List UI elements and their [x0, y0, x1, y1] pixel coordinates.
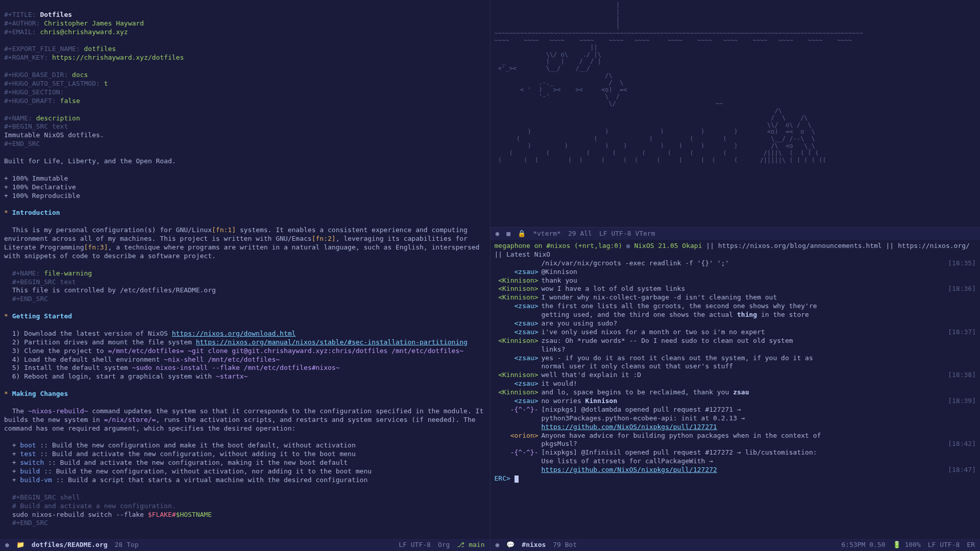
irc-message: https://github.com/NixOS/nixpkgs/pull/12… — [495, 466, 976, 474]
inline-code: ~nixos-rebuild~ — [28, 407, 88, 415]
irc-text: Use lists of attrsets for callPackageWit… — [542, 457, 976, 466]
src-begin: #+BEGIN_SRC shell — [12, 493, 80, 501]
irc-nick — [495, 362, 542, 371]
irc-message: links? — [495, 345, 976, 354]
irc-message: <zsau>the first one lists all the gcroot… — [495, 302, 976, 311]
irc-text: normal user it only cleans out that user… — [542, 362, 976, 371]
lock-icon: 🔒 — [518, 230, 526, 238]
irc-nick — [495, 414, 542, 423]
inline-code: ~sudo nixos-install --flake /mnt/etc/dot… — [132, 364, 339, 371]
org-buffer[interactable]: #+TITLE: Dotfiles #+AUTHOR: Christopher … — [0, 0, 490, 539]
chat-icon: 💬 — [506, 541, 514, 549]
buffer-name[interactable]: *vterm* — [533, 230, 561, 238]
irc-text: [nixpkgs] @Infinisil opened pull request… — [542, 448, 976, 457]
src-begin: #+BEGIN_SRC text — [4, 122, 68, 130]
irc-buffer[interactable]: megaphone on #nixos (+nrt,lag:0) ● NixOS… — [491, 240, 981, 539]
irc-text: https://github.com/NixOS/nixpkgs/pull/12… — [542, 423, 976, 432]
org-keyword: #+HUGO_BASE_DIR: — [4, 71, 68, 79]
irc-nick: -{^-^}- — [495, 406, 542, 414]
org-author: Christopher James Hayward — [44, 19, 144, 27]
paragraph: This is my personal configuration(s) for… — [12, 226, 212, 234]
org-value: false — [60, 97, 80, 105]
encoding: LF UTF-8 — [399, 541, 431, 549]
bullet: + 100% Declarative — [4, 183, 76, 191]
irc-text: thank you — [542, 277, 976, 285]
irc-text: no worries Kinnison — [542, 397, 942, 406]
link[interactable]: https://nixos.org/manual/nixos/stable/#s… — [196, 338, 468, 346]
heading[interactable]: Getting Started — [12, 312, 72, 320]
irc-text: it would! — [542, 380, 976, 388]
cursor[interactable] — [514, 475, 519, 483]
irc-message: <orion>Anyone have advice for building p… — [495, 432, 976, 440]
org-keyword: #+ROAM_KEY: — [4, 54, 48, 61]
buffer-name[interactable]: dotfiles/README.org — [32, 541, 108, 549]
irc-nick — [495, 466, 542, 474]
irc-text: the first one lists all the gcroots, the… — [542, 302, 976, 311]
shell-hash: # — [172, 511, 176, 518]
org-keyword: #+HUGO_AUTO_SET_LASTMOD: — [4, 80, 100, 87]
branch-icon: ⎇ — [457, 541, 464, 548]
step: 3) Clone the project to — [12, 347, 108, 355]
link[interactable]: https://github.com/NixOS/nixpkgs/pull/12… — [542, 466, 717, 473]
def-desc: :: Build the new configuration and make … — [40, 441, 355, 449]
topic-cont: /nix/var/nix/gcroots -exec readlink -f '… — [542, 259, 942, 268]
irc-nick: <zsau> — [495, 354, 542, 363]
battery: 🔋 100% — [893, 541, 921, 549]
major-mode: ER — [967, 541, 975, 549]
irc-nick — [495, 423, 542, 432]
irc-nick: <zsau> — [495, 380, 542, 388]
def-kw: boot — [20, 441, 36, 449]
step: 4) Load the default shell environment — [12, 356, 164, 363]
irc-nick: <zsau> — [495, 302, 542, 311]
heading[interactable]: Introduction — [12, 209, 60, 216]
channel-name[interactable]: #nixos — [522, 541, 546, 549]
footnote-ref[interactable]: [fn:3] — [84, 243, 108, 251]
org-value: https://chrishayward.xyz/dotfiles — [52, 54, 184, 61]
irc-message: <zsau>i've only used nixos for a month o… — [495, 328, 976, 337]
buffer-position: 79 Bot — [553, 541, 577, 549]
encoding: LF UTF-8 — [599, 230, 631, 237]
irc-message: -{^-^}-[nixpkgs] @dotlambda opened pull … — [495, 406, 976, 414]
irc-text: well that'd explain it :D — [542, 371, 942, 380]
irc-nick: <zsau> — [495, 328, 542, 337]
encoding: LF UTF-8 — [928, 541, 960, 549]
ascii-art: | | | | ~~~~~~~~~~~~~~~~~~~~~~~~~~~~~~~~… — [495, 2, 976, 164]
irc-message: <zsau>are you using sudo? — [495, 319, 976, 328]
footnote-ref[interactable]: [fn:1] — [212, 226, 236, 234]
org-keyword: #+HUGO_SECTION: — [4, 88, 64, 96]
src-comment: # Build and activate a new configuration… — [12, 502, 176, 510]
modeline-irc: ● 💬 #nixos 79 Bot 6:53PM 0.50 🔋 100% LF … — [491, 539, 981, 551]
irc-text: wow I have a lot of old system links — [542, 285, 942, 293]
link[interactable]: https://github.com/NixOS/nixpkgs/pull/12… — [542, 423, 717, 431]
inline-code: ~git clone git@git.chrishayward.xyz:chri… — [184, 347, 463, 355]
irc-nick: <Kinnison> — [495, 337, 542, 345]
org-name: description — [36, 114, 80, 122]
heading[interactable]: Making Changes — [12, 390, 68, 397]
buffer-position: 29 All — [568, 230, 592, 238]
irc-message: normal user it only cleans out that user… — [495, 362, 976, 371]
timestamp: [18:37] — [942, 328, 976, 337]
irc-message: pkgsMusl?[18:42] — [495, 440, 976, 448]
tagline: Built for Life, Liberty, and the Open Ro… — [4, 157, 176, 165]
footnote-ref[interactable]: [fn:2] — [312, 235, 336, 242]
inline-code: ~startx~ — [216, 372, 248, 380]
irc-nick: <Kinnison> — [495, 293, 542, 302]
irc-message: <zsau>yes - if you do it as root it clea… — [495, 354, 976, 363]
editor-pane: #+TITLE: Dotfiles #+AUTHOR: Christopher … — [0, 0, 491, 551]
step: 1) Download the latest version of NixOS — [12, 330, 172, 337]
timestamp: [18:39] — [942, 397, 976, 406]
irc-nick: <zsau> — [495, 268, 542, 277]
irc-message: -{^-^}-[nixpkgs] @Infinisil opened pull … — [495, 448, 976, 457]
src-line: sudo nixos-rebuild switch --flake — [12, 511, 148, 518]
link[interactable]: https://nixos.org/download.html — [172, 330, 296, 337]
org-value: t — [104, 80, 108, 87]
org-email: chris@chrishayward.xyz — [40, 28, 128, 36]
right-column: | | | | ~~~~~~~~~~~~~~~~~~~~~~~~~~~~~~~~… — [491, 0, 981, 551]
irc-nick: -{^-^}- — [495, 448, 542, 457]
def-desc: :: Build and activate the new configurat… — [48, 459, 348, 466]
org-title: Dotfiles — [40, 11, 72, 18]
timestamp: [18:47] — [942, 466, 976, 474]
irc-nick: <Kinnison> — [495, 277, 542, 285]
vterm-pane[interactable]: | | | | ~~~~~~~~~~~~~~~~~~~~~~~~~~~~~~~~… — [491, 0, 981, 228]
def-kw: build-vm — [20, 476, 52, 484]
